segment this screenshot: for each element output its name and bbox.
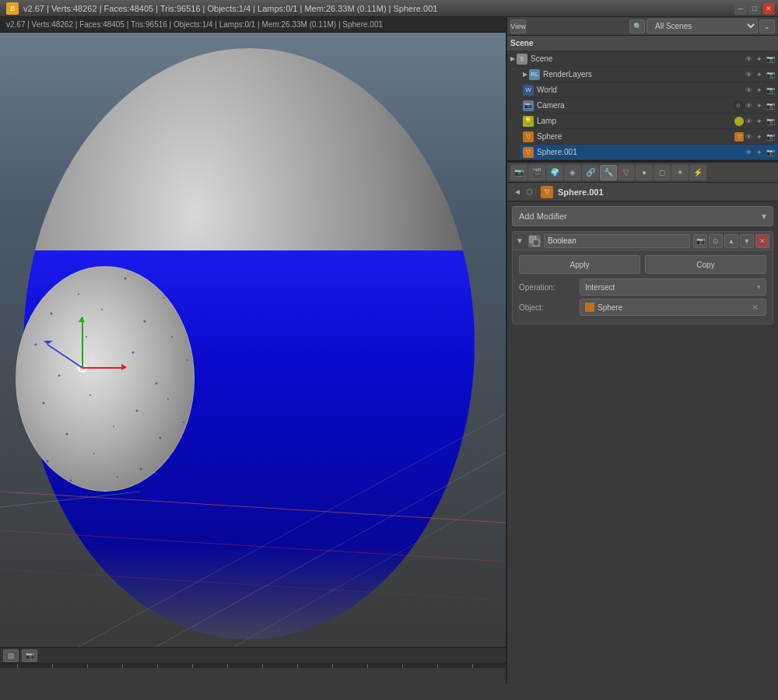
svg-point-11 [171,336,173,338]
scene-render[interactable]: 📷 [766,54,775,64]
cam-visibility[interactable]: 👁 [744,101,753,110]
ruler-mark: 200 [245,664,280,668]
modifier-props-btn[interactable]: 🔧 [600,165,617,180]
constraints-btn[interactable]: 🔗 [582,165,599,180]
scene-canvas[interactable] [0,33,506,647]
operation-dropdown[interactable]: Intersect ▾ [580,278,766,296]
svg-point-16 [43,402,45,404]
modifier-camera-btn[interactable]: 📷 [693,234,707,248]
scene-select[interactable]: ✦ [755,54,764,64]
svg-point-2 [124,278,127,280]
viewport[interactable]: v2.67 | Verts:48262 | Faces:48405 | Tris… [0,17,506,668]
render-props-btn[interactable]: 📷 [510,165,527,180]
sphere-bottom-fade [23,546,475,639]
minimize-button[interactable]: ─ [734,2,747,15]
lamp-visibility[interactable]: 👁 [744,117,753,126]
rl-visibility[interactable]: 👁 [744,70,753,79]
sphere001-visibility[interactable]: 👁 [744,148,753,157]
svg-point-28 [70,480,72,482]
world-controls: 👁 ✦ 📷 [744,86,775,95]
svg-point-24 [47,460,49,463]
outliner-item-sphere001[interactable]: ▽ Sphere.001 👁 ✦ 📷 [520,145,778,160]
viewport-camera-btn[interactable]: 📷 [22,649,37,662]
maximize-button[interactable]: □ [748,2,761,15]
search-button[interactable]: 🔍 [629,19,645,33]
copy-button[interactable]: Copy [645,255,766,274]
add-modifier-arrow: ▾ [762,211,766,222]
svg-point-20 [66,433,68,436]
outliner-item-scene[interactable]: ▶ S Scene 👁 ✦ 📷 [507,51,778,67]
modifier-down-btn[interactable]: ▼ [740,234,754,248]
world-name: World [537,86,744,94]
svg-point-27 [175,457,177,458]
world-visibility[interactable]: 👁 [744,86,753,95]
outliner-item-camera[interactable]: 📷 Camera ⊙ 👁 ✦ 📷 [520,98,778,114]
cam-select[interactable]: ✦ [755,101,764,110]
properties-toolbar: 📷 🎬 🌍 ◈ 🔗 🔧 ▽ ● ◻ ✦ ⚡ [507,163,778,183]
modifier-collapse-toggle[interactable]: ▼ [516,236,525,246]
z-axis-arrow [40,337,86,372]
sphere001-select[interactable]: ✦ [755,148,764,157]
svg-point-10 [132,352,135,354]
outliner-item-lamp[interactable]: 💡 Lamp 👁 ✦ 📷 [520,114,778,129]
apply-button[interactable]: Apply [519,255,640,274]
cam-render[interactable]: 📷 [766,101,775,110]
object-selector[interactable]: Sphere ✕ [580,299,766,316]
physics-btn[interactable]: ⚡ [689,165,706,180]
blender-icon: B [6,2,19,15]
particles-btn[interactable]: ✦ [671,165,689,180]
titlebar-left: B v2.67 | Verts:48262 | Faces:48405 | Tr… [0,2,437,15]
outliner-item-world[interactable]: W World 👁 ✦ 📷 [520,82,778,98]
svg-point-22 [159,437,162,439]
right-panel: View 🔍 All Scenes ⌄ Scene ▶ S Scene 👁 ✦ … [506,17,778,684]
ruler-mark: 180 [175,664,210,668]
modifier-render-btn[interactable]: ⊙ [709,234,723,248]
world-select[interactable]: ✦ [755,86,764,95]
svg-point-25 [93,453,95,454]
sphere-render[interactable]: 📷 [766,132,775,142]
add-modifier-button[interactable]: Add Modifier ▾ [512,206,773,226]
data-props-btn[interactable]: ▽ [618,165,635,180]
svg-point-29 [117,476,118,478]
material-props-btn[interactable]: ● [636,165,653,180]
svg-point-26 [140,468,142,471]
modifier-delete-btn[interactable]: ✕ [755,234,769,248]
titlebar: B v2.67 | Verts:48262 | Faces:48405 | Tr… [0,0,778,17]
ruler-mark: 270 [490,664,506,668]
modifier-name-input[interactable] [544,234,690,248]
object-clear-button[interactable]: ✕ [748,301,761,313]
boolean-modifier-block: ▼ 📷 ⊙ ▲ ▼ ✕ [512,231,773,324]
svg-rect-40 [533,240,539,246]
sphere-mesh-icon: ▽ [734,132,744,142]
lamp-select[interactable]: ✦ [755,117,764,126]
operation-value: Intersect [585,283,615,292]
ruler-mark: 150 [70,664,105,668]
camera-name: Camera [537,101,730,110]
object-icon: ▽ [541,186,553,198]
outliner-item-renderlayers[interactable]: ▶ RL RenderLayers 👁 ✦ 📷 [520,67,778,82]
modifier-up-btn[interactable]: ▲ [724,234,738,248]
sphere-visibility[interactable]: 👁 [744,132,753,142]
object-props-btn[interactable]: ◈ [564,165,581,180]
svg-point-4 [51,313,53,315]
scene-selector[interactable]: All Scenes [647,19,758,33]
rl-select[interactable]: ✦ [755,70,764,79]
scene-visibility[interactable]: 👁 [744,54,753,64]
texture-props-btn[interactable]: ◻ [654,165,671,180]
x-axis-arrow [82,367,125,369]
lamp-render[interactable]: 📷 [766,117,775,126]
scene-dropdown-btn[interactable]: ⌄ [759,19,775,33]
sphere001-render[interactable]: 📷 [766,148,775,157]
ruler-mark: 140 [35,664,70,668]
svg-point-3 [163,297,165,299]
rl-render[interactable]: 📷 [766,70,775,79]
world-props-btn[interactable]: 🌍 [546,165,563,180]
scene-props-btn[interactable]: 🎬 [528,165,545,180]
close-button[interactable]: ✕ [762,2,775,15]
world-render[interactable]: 📷 [766,86,775,95]
view-button[interactable]: View [510,19,526,33]
svg-point-23 [183,422,184,423]
sphere-select[interactable]: ✦ [755,132,764,142]
viewport-render-btn[interactable]: ▤ [3,649,19,662]
outliner-item-sphere[interactable]: ▽ Sphere ▽ 👁 ✦ 📷 [520,129,778,145]
